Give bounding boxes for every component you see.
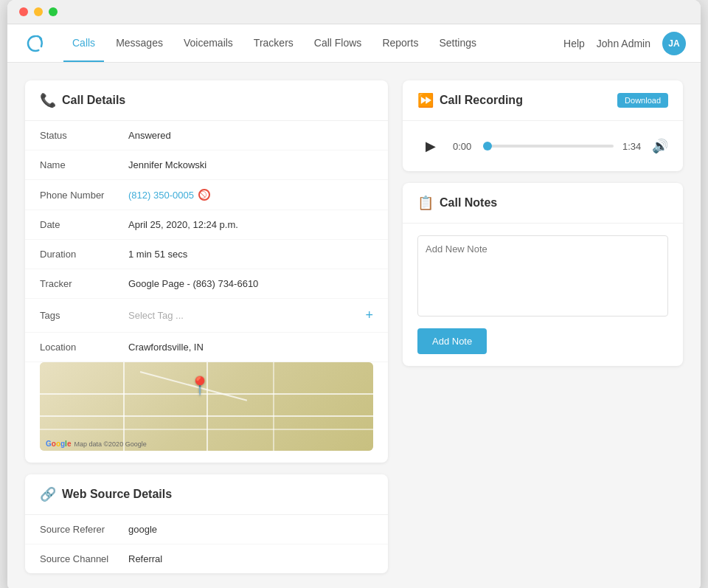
google-logo: Google [46, 440, 71, 448]
left-column: 📞 Call Details Status Answered Name Jenn… [25, 80, 388, 573]
nav-trackers[interactable]: Trackers [245, 25, 302, 62]
duration-row: Duration 1 min 51 secs [25, 240, 388, 269]
web-source-title: Web Source Details [62, 488, 172, 501]
map-background: 📍 Google Map data ©2020 Google [40, 362, 373, 451]
tracker-label: Tracker [40, 278, 128, 289]
location-label: Location [40, 342, 128, 353]
audio-player: ▶ 0:00 1:34 🔊 [403, 121, 683, 171]
nav-messages[interactable]: Messages [107, 25, 172, 62]
duration-value: 1 min 51 secs [128, 249, 187, 260]
user-name[interactable]: John Admin [597, 38, 650, 49]
nav-reports[interactable]: Reports [373, 25, 427, 62]
nav-settings[interactable]: Settings [430, 25, 485, 62]
location-row: Location Crawfordsville, IN [25, 333, 388, 362]
phone-icon: 📞 [40, 92, 56, 108]
recording-title-group: ⏩ Call Recording [417, 92, 523, 108]
progress-dot [483, 142, 492, 151]
minimize-dot[interactable] [34, 7, 43, 16]
status-label: Status [40, 130, 128, 141]
call-recording-card: ⏩ Call Recording Download ▶ 0:00 1:34 🔊 [403, 80, 683, 171]
app-logo[interactable] [22, 30, 49, 57]
navigation: Calls Messages Voicemails Trackers Call … [7, 24, 701, 63]
play-button[interactable]: ▶ [417, 133, 444, 159]
time-total: 1:34 [622, 141, 643, 152]
main-content: 📞 Call Details Status Answered Name Jenn… [7, 63, 701, 588]
call-recording-header: ⏩ Call Recording Download [403, 80, 683, 121]
tracker-row: Tracker Google Page - (863) 734-6610 [25, 269, 388, 299]
recording-icon: ⏩ [417, 92, 434, 108]
tag-select[interactable]: Select Tag ... [128, 310, 184, 321]
map-road [123, 362, 125, 451]
call-notes-title: Call Notes [440, 196, 497, 210]
name-value: Jennifer Mckowski [128, 159, 206, 170]
map-marker: 📍 [189, 376, 211, 396]
notes-icon: 📋 [417, 195, 434, 211]
web-icon: 🔗 [40, 486, 56, 502]
status-value: Answered [128, 130, 171, 141]
tracker-value: Google Page - (863) 734-6610 [128, 278, 258, 289]
tags-row: Tags Select Tag ... + [25, 299, 388, 333]
web-source-header: 🔗 Web Source Details [25, 474, 388, 515]
help-link[interactable]: Help [563, 38, 585, 49]
date-row: Date April 25, 2020, 12:24 p.m. [25, 210, 388, 240]
download-button[interactable]: Download [617, 93, 668, 108]
source-channel-label: Source Channel [40, 553, 128, 564]
tag-placeholder: Select Tag ... [128, 310, 184, 321]
recording-title: Call Recording [440, 94, 523, 107]
phone-value[interactable]: (812) 350-0005 ⃠ [128, 189, 210, 201]
map-footer: Google Map data ©2020 Google [46, 440, 147, 448]
source-channel-row: Source Channel Referral [25, 544, 388, 573]
phone-row: Phone Number (812) 350-0005 ⃠ [25, 180, 388, 210]
notes-textarea[interactable] [417, 235, 668, 317]
map-road [273, 362, 274, 451]
nav-callflows[interactable]: Call Flows [305, 25, 371, 62]
nav-calls[interactable]: Calls [63, 25, 104, 62]
browser-chrome [7, 0, 701, 24]
right-column: ⏩ Call Recording Download ▶ 0:00 1:34 🔊 [403, 80, 683, 366]
close-dot[interactable] [19, 7, 28, 16]
map-data-text: Map data ©2020 Google [74, 440, 146, 448]
name-row: Name Jennifer Mckowski [25, 151, 388, 180]
maximize-dot[interactable] [49, 7, 58, 16]
source-referer-label: Source Referer [40, 524, 128, 535]
call-details-card: 📞 Call Details Status Answered Name Jenn… [25, 80, 388, 463]
source-referer-row: Source Referer google [25, 515, 388, 544]
avatar[interactable]: JA [662, 32, 686, 55]
phone-label: Phone Number [40, 190, 128, 201]
browser-window: Calls Messages Voicemails Trackers Call … [7, 0, 701, 588]
block-icon[interactable]: ⃠ [198, 189, 210, 201]
call-notes-card: 📋 Call Notes Add Note [403, 183, 683, 366]
source-referer-value: google [128, 524, 157, 535]
add-note-button[interactable]: Add Note [417, 328, 487, 354]
volume-button[interactable]: 🔊 [652, 138, 668, 154]
time-current: 0:00 [453, 141, 476, 152]
call-details-header: 📞 Call Details [25, 80, 388, 121]
add-tag-button[interactable]: + [365, 308, 373, 323]
nav-voicemails[interactable]: Voicemails [175, 25, 242, 62]
name-label: Name [40, 159, 128, 170]
nav-items: Calls Messages Voicemails Trackers Call … [63, 25, 563, 62]
date-label: Date [40, 219, 128, 230]
progress-bar[interactable] [485, 145, 614, 148]
map-container: 📍 Google Map data ©2020 Google [40, 362, 373, 451]
tags-label: Tags [40, 310, 128, 321]
status-row: Status Answered [25, 121, 388, 151]
source-channel-value: Referral [128, 553, 162, 564]
web-source-card: 🔗 Web Source Details Source Referer goog… [25, 474, 388, 573]
call-details-title: Call Details [62, 94, 125, 107]
call-notes-header: 📋 Call Notes [403, 183, 683, 224]
location-value: Crawfordsville, IN [128, 342, 204, 353]
date-value: April 25, 2020, 12:24 p.m. [128, 219, 238, 230]
nav-right: Help John Admin JA [563, 32, 686, 55]
duration-label: Duration [40, 249, 128, 260]
